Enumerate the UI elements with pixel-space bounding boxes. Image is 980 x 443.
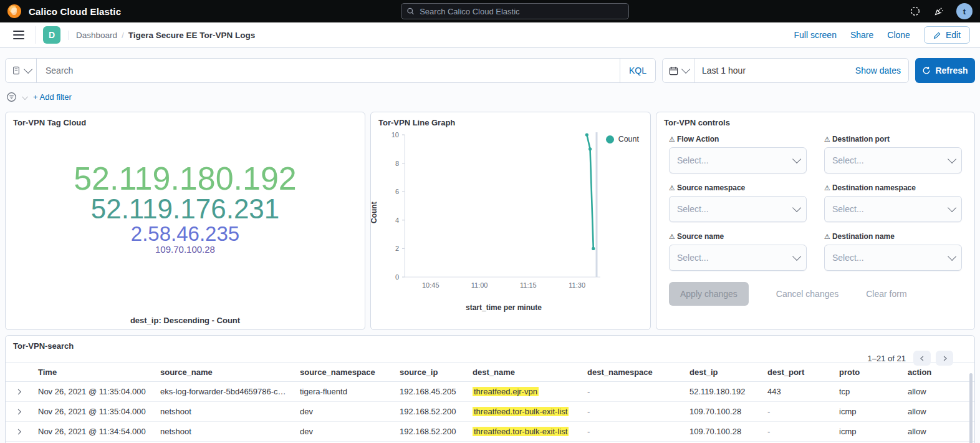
saved-query-menu-button[interactable] bbox=[6, 59, 37, 82]
news-party-popper-icon[interactable] bbox=[933, 5, 945, 17]
time-range-value[interactable]: Last 1 hour bbox=[694, 59, 848, 82]
space-badge[interactable]: D bbox=[43, 26, 60, 44]
table-cell-dest_port: - bbox=[762, 427, 834, 436]
column-header-source_name[interactable]: source_name bbox=[155, 368, 295, 377]
svg-text:10:45: 10:45 bbox=[422, 281, 440, 289]
column-header-Time[interactable]: Time bbox=[33, 368, 155, 377]
table-cell-dest_ip: 109.70.100.28 bbox=[685, 427, 762, 436]
table-cell-proto: icmp bbox=[834, 407, 903, 416]
row-expand-button[interactable] bbox=[6, 428, 33, 436]
pagination-prev-button[interactable] bbox=[913, 351, 931, 366]
chevron-down-icon bbox=[792, 252, 801, 261]
global-search[interactable] bbox=[401, 3, 629, 19]
app-title: Calico Cloud Elastic bbox=[29, 6, 121, 17]
menu-hamburger-icon[interactable] bbox=[10, 26, 36, 44]
tag-cloud-tag[interactable]: 52.119.176.231 bbox=[91, 195, 280, 223]
date-quick-menu-button[interactable] bbox=[663, 59, 694, 82]
nav-actions: Full screen Share Clone Edit bbox=[794, 26, 970, 44]
control-field: ⚠Source namespaceSelect... bbox=[669, 183, 807, 222]
control-field: ⚠Destination namespaceSelect... bbox=[824, 183, 962, 222]
table-cell-proto: icmp bbox=[834, 427, 903, 436]
chevron-right-icon bbox=[16, 408, 23, 416]
row-expand-button[interactable] bbox=[6, 388, 33, 396]
warning-icon: ⚠ bbox=[824, 135, 830, 144]
saved-query-icon bbox=[12, 66, 21, 75]
table-cell-source_namespace: dev bbox=[295, 427, 395, 436]
share-button[interactable]: Share bbox=[850, 30, 873, 40]
column-header-source_namespace[interactable]: source_namespace bbox=[295, 368, 395, 377]
clear-form-button[interactable]: Clear form bbox=[866, 289, 906, 299]
svg-text:8: 8 bbox=[395, 160, 399, 167]
breadcrumb-separator: / bbox=[122, 31, 124, 40]
control-field: ⚠Source nameSelect... bbox=[669, 232, 807, 271]
tag-cloud-title: Tor-VPN Tag Cloud bbox=[6, 112, 365, 130]
refresh-button[interactable]: Refresh bbox=[915, 58, 975, 83]
svg-text:11:30: 11:30 bbox=[569, 281, 585, 289]
chevron-right-icon bbox=[16, 428, 23, 436]
control-label: ⚠Source namespace bbox=[669, 183, 807, 192]
table-cell-dest_name: threatfeed.tor-bulk-exit-list bbox=[468, 427, 582, 436]
column-header-source_ip[interactable]: source_ip bbox=[395, 368, 468, 377]
clone-button[interactable]: Clone bbox=[887, 30, 910, 40]
user-avatar[interactable]: t bbox=[956, 3, 973, 19]
control-select-source-namespace[interactable]: Select... bbox=[669, 196, 807, 222]
control-select-destination-port[interactable]: Select... bbox=[824, 147, 962, 173]
control-select-flow-action[interactable]: Select... bbox=[669, 147, 807, 173]
search-table-title: Tor-VPN-search bbox=[6, 336, 974, 353]
filter-circle-icon[interactable] bbox=[6, 92, 17, 102]
results-table: Timesource_namesource_namespacesource_ip… bbox=[6, 362, 974, 442]
table-cell-Time: Nov 26, 2021 @ 11:35:04.000 bbox=[33, 387, 155, 396]
table-cell-dest_namespace: - bbox=[582, 427, 685, 436]
svg-text:10: 10 bbox=[392, 131, 399, 139]
control-select-destination-namespace[interactable]: Select... bbox=[824, 196, 962, 222]
table-cell-dest_name: threatfeed.tor-bulk-exit-list bbox=[468, 407, 582, 416]
table-cell-source_name: eks-log-forwarder-5bd4659786-cwd2r bbox=[155, 387, 295, 396]
legend-dot-icon bbox=[606, 135, 614, 144]
help-icon[interactable] bbox=[909, 5, 921, 17]
cancel-changes-button[interactable]: Cancel changes bbox=[776, 289, 838, 299]
controls-buttons: Apply changes Cancel changes Clear form bbox=[656, 271, 974, 306]
column-header-dest_port[interactable]: dest_port bbox=[762, 368, 834, 377]
search-table-panel: Tor-VPN-search 1–21 of 21 Timesource_nam… bbox=[5, 335, 975, 443]
table-body: Nov 26, 2021 @ 11:35:04.000eks-log-forwa… bbox=[6, 382, 974, 442]
panels-row: Tor-VPN Tag Cloud 52.119.180.19252.119.1… bbox=[5, 112, 975, 330]
control-select-destination-name[interactable]: Select... bbox=[824, 245, 962, 271]
breadcrumb-dashboard-link[interactable]: Dashboard bbox=[76, 31, 117, 40]
tag-cloud-tag[interactable]: 2.58.46.235 bbox=[131, 223, 239, 245]
table-cell-action: allow bbox=[903, 387, 974, 396]
full-screen-button[interactable]: Full screen bbox=[794, 30, 836, 40]
pagination-next-button[interactable] bbox=[936, 351, 953, 366]
control-field: ⚠Destination nameSelect... bbox=[824, 232, 962, 271]
tag-cloud-tag[interactable]: 52.119.180.192 bbox=[74, 162, 297, 195]
show-dates-button[interactable]: Show dates bbox=[848, 59, 908, 82]
warning-icon: ⚠ bbox=[669, 135, 675, 144]
apply-changes-button[interactable]: Apply changes bbox=[669, 282, 749, 306]
column-header-proto[interactable]: proto bbox=[834, 368, 903, 377]
column-header-dest_name[interactable]: dest_name bbox=[468, 368, 582, 377]
svg-text:0: 0 bbox=[395, 273, 399, 281]
chevron-down-icon bbox=[681, 65, 690, 74]
global-search-input[interactable] bbox=[418, 6, 623, 17]
column-header-action[interactable]: action bbox=[903, 368, 974, 377]
table-cell-dest_namespace: - bbox=[582, 387, 685, 396]
tag-cloud-tag[interactable]: 109.70.100.28 bbox=[155, 245, 215, 254]
controls-grid: ⚠Flow ActionSelect...⚠Destination portSe… bbox=[656, 130, 974, 271]
edit-button[interactable]: Edit bbox=[924, 26, 970, 44]
pencil-icon bbox=[933, 31, 941, 39]
table-cell-action: allow bbox=[903, 407, 974, 416]
column-header-dest_ip[interactable]: dest_ip bbox=[685, 368, 762, 377]
control-select-source-name[interactable]: Select... bbox=[669, 245, 807, 271]
line-graph-title: Tor-VPN Line Graph bbox=[371, 112, 650, 130]
tag-cloud-panel: Tor-VPN Tag Cloud 52.119.180.19252.119.1… bbox=[5, 112, 365, 330]
legend-item-count[interactable]: Count bbox=[606, 135, 639, 144]
query-language-button[interactable]: KQL bbox=[620, 59, 655, 82]
chevron-down-icon bbox=[22, 94, 28, 100]
table-scrollbar[interactable] bbox=[969, 373, 973, 443]
row-expand-button[interactable] bbox=[6, 408, 33, 416]
controls-title: Tor-VPN controls bbox=[656, 112, 974, 130]
table-cell-source_namespace: tigera-fluentd bbox=[295, 387, 395, 396]
column-header-dest_namespace[interactable]: dest_namespace bbox=[582, 368, 685, 377]
chevron-down-icon bbox=[792, 203, 801, 212]
kql-search-input[interactable] bbox=[44, 65, 612, 76]
add-filter-button[interactable]: + Add filter bbox=[33, 92, 72, 102]
